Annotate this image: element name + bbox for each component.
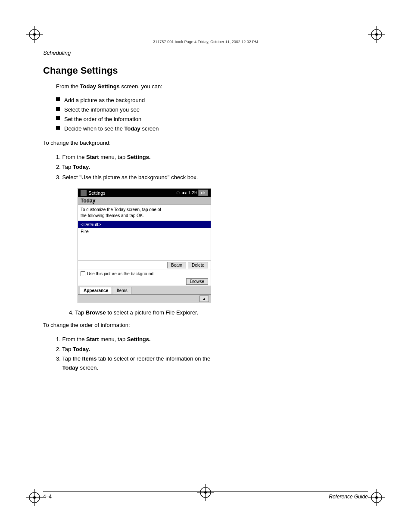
intro-paragraph: From the Today Settings screen, you can: [56,82,368,91]
reg-bar: 311757-001.book Page 4 Friday, October 1… [43,38,368,46]
bullet-text: Add a picture as the background [64,96,145,105]
list-item: Set the order of the information [56,115,368,124]
sc-buttons-row: Beam Delete [78,261,211,270]
content-area: Scheduling Change Settings From the Toda… [43,50,368,489]
step4-container: 4. Tap Browse to select a picture from F… [56,309,368,316]
step4-text: 4. Tap Browse to select a picture from F… [56,309,368,316]
list-item: 1. From the Start menu, tap Settings. [56,334,368,344]
bg-change-label: To change the background: [43,139,368,148]
sc-tab-items[interactable]: Items [113,287,131,294]
list-item: Select the information you see [56,105,368,115]
list-item: 3. Tap the Items tab to select or reorde… [56,355,368,373]
svg-point-15 [375,496,378,499]
sc-tab-appearance[interactable]: Appearance [80,287,112,294]
bullet-icon [56,97,60,101]
sc-checkbox-row: Use this picture as the background [78,270,211,277]
intro-bold: Today Settings [80,83,120,90]
page-title: Change Settings [43,65,368,76]
sc-footer-arrow[interactable]: ▲ [199,296,209,302]
order-change-label: To change the order of information: [43,321,368,330]
page: 311757-001.book Page 4 Friday, October 1… [0,0,411,532]
sc-browse-button[interactable]: Browse [186,278,208,285]
bullet-text: Set the order of the information [64,115,141,124]
sc-instructions: To customize the Today screen, tap one o… [78,205,211,221]
bullet-icon [56,107,60,111]
sc-checkbox-label: Use this picture as the background [87,271,153,276]
sc-titlebar: Settings ⊙ ◄ε 1:29 ok [78,189,211,197]
svg-point-11 [33,496,36,499]
sc-list-item-default[interactable]: <Default> [78,221,211,228]
sc-status-text: ⊙ ◄ε 1:29 [176,190,196,195]
intro-text: From the [56,83,80,90]
header-section: Scheduling [43,50,368,58]
sc-tabs-row: Appearance Items [78,286,211,295]
bullet-icon [56,116,60,120]
corner-mark-bl [26,489,43,506]
list-item: 1. From the Start menu, tap Settings. [56,152,368,162]
sc-status: ⊙ ◄ε 1:29 ok [176,190,208,196]
sc-title: Settings [88,190,106,196]
bottom-center-mark [197,484,214,503]
sc-list-item-fire[interactable]: Fire [78,228,211,235]
list-item: Decide when to see the Today screen [56,124,368,134]
sc-delete-button[interactable]: Delete [188,262,208,268]
screenshot: Settings ⊙ ◄ε 1:29 ok Today To customize… [78,188,211,303]
intro-rest: screen, you can: [120,83,162,90]
bg-steps-list: 1. From the Start menu, tap Settings. 2.… [56,152,368,182]
bullet-text: Decide when to see the Today screen [64,124,159,134]
list-item: 2. Tap Today. [56,344,368,354]
sc-blank-area [78,235,211,261]
corner-mark-tl [26,26,43,43]
sc-browse-row: Browse [78,277,211,286]
footer-guide-label: Reference Guide [329,494,368,500]
svg-point-7 [375,33,378,36]
bullet-icon [56,126,60,130]
sc-titlebar-left: Settings [81,190,106,196]
corner-mark-tr [368,26,385,43]
sc-today-header: Today [78,197,211,205]
footer-page-number: 4–4 [43,494,52,500]
sc-app-icon [81,190,87,196]
bullet-text: Select the information you see [64,105,140,115]
svg-point-19 [204,491,207,494]
sc-ok-button[interactable]: ok [198,190,208,196]
order-steps-list: 1. From the Start menu, tap Settings. 2.… [56,334,368,372]
bullet-list: Add a picture as the background Select t… [56,96,368,134]
section-label: Scheduling [43,50,71,56]
sc-checkbox[interactable] [81,271,85,276]
sc-footer: ▲ [78,295,211,303]
list-item: 2. Tap Today. [56,162,368,172]
list-item: 3. Select "Use this picture as the backg… [56,172,368,182]
reg-bar-text: 311757-001.book Page 4 Friday, October 1… [153,40,258,44]
sc-beam-button[interactable]: Beam [167,262,186,268]
svg-point-3 [33,33,36,36]
corner-mark-br [368,489,385,506]
list-item: Add a picture as the background [56,96,368,105]
